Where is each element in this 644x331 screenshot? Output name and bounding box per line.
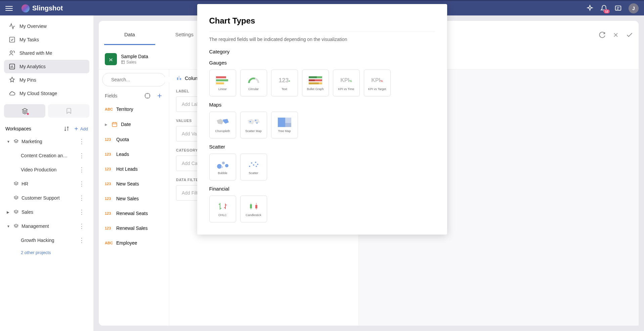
tree-item-marketing[interactable]: ▼ Marketing ⋮ [4,134,89,149]
plus-icon[interactable] [156,92,163,99]
sidebar-item-pins[interactable]: My Pins [4,73,89,87]
svg-rect-24 [285,118,291,123]
more-icon[interactable]: ⋮ [77,138,87,145]
chart-type-label: Tree Map [278,129,291,133]
field-item[interactable]: 123New Sales [99,191,169,206]
more-icon[interactable]: ⋮ [77,166,87,173]
field-name: Renewal Seats [116,211,148,216]
datasource-sheet: Sales [121,60,148,65]
target-icon[interactable] [144,92,151,99]
other-projects-link[interactable]: 2 other projects [4,247,89,258]
chart-type-card[interactable]: Scatter [240,154,267,180]
more-icon[interactable]: ⋮ [77,194,87,202]
chart-type-card[interactable]: Bubble [209,154,236,180]
chart-type-label: Circular [248,87,259,91]
chart-type-label: Scatter Map [245,129,262,133]
chart-type-card[interactable]: Choropleth [209,112,236,138]
check-icon[interactable] [626,31,633,39]
sidebar: My Overview My Tasks Shared with Me My A… [0,15,93,331]
search-input[interactable] [102,73,166,86]
more-icon[interactable]: ⋮ [77,237,87,244]
sidebar-item-label: Shared with Me [19,50,52,56]
chart-preview-icon [278,117,291,127]
svg-point-26 [217,164,222,169]
chart-type-card[interactable]: Circular [240,70,267,96]
chat-icon[interactable] [614,5,622,12]
sidebar-item-analytics[interactable]: My Analytics [4,60,89,73]
svg-rect-13 [216,82,224,84]
chart-type-card[interactable]: Scatter Map [240,112,267,138]
field-type-badge: ABC [105,107,113,111]
chart-type-label: Choropleth [215,129,230,133]
tree-item-support[interactable]: Customer Support ⋮ [4,191,89,205]
section-scatter: Scatter [209,144,435,150]
svg-point-21 [255,120,256,121]
sidebar-item-overview[interactable]: My Overview [4,19,89,33]
field-name: Quota [116,137,129,142]
svg-point-28 [225,164,228,167]
chart-type-label: Bullet Graph [307,87,324,91]
svg-rect-7 [112,123,117,127]
modal-title: Chart Types [209,16,435,26]
more-icon[interactable]: ⋮ [77,222,87,230]
avatar[interactable]: J [629,3,639,13]
svg-rect-1 [10,37,15,42]
datasource-name: Sample Data [121,54,148,59]
sidebar-item-tasks[interactable]: My Tasks [4,33,89,46]
field-item[interactable]: 123Hot Leads [99,162,169,176]
tab-data[interactable]: Data [104,25,155,45]
field-item[interactable]: 123Leads [99,147,169,162]
svg-point-20 [250,121,251,122]
chart-type-card[interactable]: Bullet Graph [302,70,329,96]
field-item[interactable]: 123Quota [99,132,169,147]
sidebar-item-label: My Cloud Storage [19,91,57,96]
tree-item-management[interactable]: ▼ Management ⋮ [4,219,89,233]
svg-rect-43 [250,204,252,208]
field-item[interactable]: 123New Seats [99,176,169,191]
sidebar-item-shared[interactable]: Shared with Me [4,46,89,60]
chart-type-card[interactable]: OHLC [209,196,236,222]
field-item[interactable]: ▶Date [99,117,169,132]
chart-preview-icon [309,75,322,85]
chart-type-card[interactable]: KPI%KPI vs Target [364,70,391,96]
tree-item-growth[interactable]: Growth Hacking ⋮ [4,233,89,247]
chart-type-card[interactable]: KPI%KPI vs Time [333,70,360,96]
field-item[interactable]: 123Renewal Seats [99,206,169,221]
more-icon[interactable]: ⋮ [77,152,87,159]
calendar-icon [112,121,118,127]
svg-rect-8 [177,78,178,80]
field-item[interactable]: ABCTerritory [99,102,169,117]
more-icon[interactable]: ⋮ [77,208,87,216]
chart-preview-icon [216,159,229,169]
chart-type-card[interactable]: 123•Text [271,70,298,96]
field-item[interactable]: 123Renewal Sales [99,221,169,236]
svg-point-32 [253,164,254,166]
sort-icon[interactable] [63,126,70,132]
add-workspace-button[interactable]: Add [74,126,88,131]
workspaces-toggle[interactable] [4,104,45,118]
sparkle-icon[interactable] [586,5,594,12]
brand-logo[interactable]: Slingshot [22,4,63,12]
tree-item-video[interactable]: Video Production ⋮ [4,163,89,177]
hamburger-icon[interactable] [5,6,19,11]
tree-item-sales[interactable]: ▶ Sales ⋮ [4,205,89,219]
tree-item-content[interactable]: Content Creation an… ⋮ [4,149,89,163]
field-item[interactable]: ABCEmployee [99,236,169,250]
chart-type-card[interactable]: Candlestick [240,196,267,222]
svg-rect-4 [122,61,125,64]
excel-icon [105,53,117,65]
chart-type-label: Linear [218,87,227,91]
more-icon[interactable]: ⋮ [77,180,87,188]
field-type-badge: 123 [105,226,113,230]
redo-icon[interactable] [598,31,606,39]
tree-item-hr[interactable]: HR ⋮ [4,177,89,191]
notifications-button[interactable]: 12 [600,5,608,12]
field-name: Date [121,122,131,127]
table-icon [121,60,125,64]
close-icon[interactable] [612,32,619,38]
chart-type-card[interactable]: Linear [209,70,236,96]
bookmarks-toggle[interactable] [48,104,89,118]
stack-icon [13,223,19,229]
chart-type-card[interactable]: Tree Map [271,112,298,138]
sidebar-item-cloud[interactable]: My Cloud Storage [4,87,89,100]
